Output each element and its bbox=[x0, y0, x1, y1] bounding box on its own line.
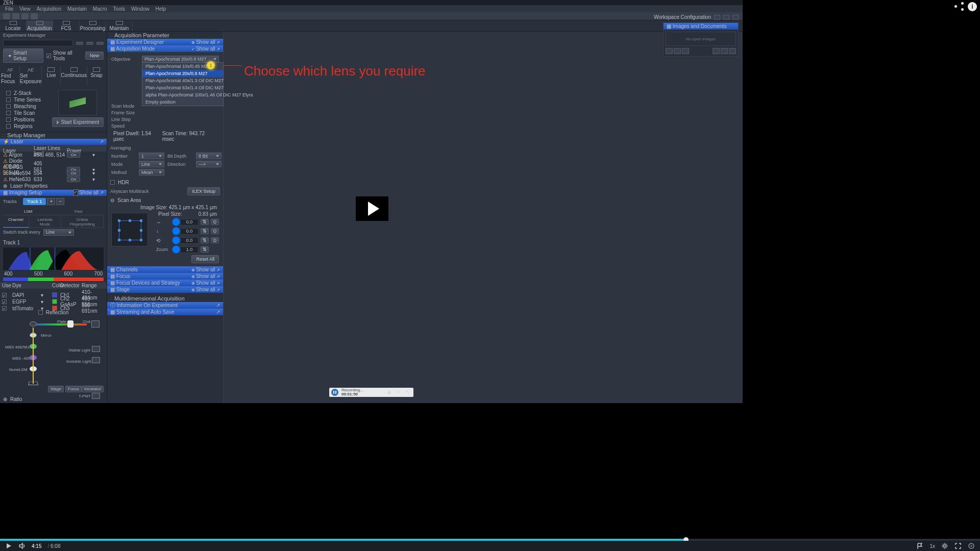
fingerprint-subtab[interactable]: Online Fingerprinting bbox=[61, 216, 104, 228]
bleaching-checkbox[interactable] bbox=[6, 104, 11, 109]
imaging-setup-header[interactable]: ▦ Imaging Setup Show all ↗ bbox=[0, 190, 107, 196]
reset-all-button[interactable]: Reset All bbox=[191, 255, 219, 263]
save-icon[interactable] bbox=[3, 13, 10, 19]
add-track-button[interactable]: + bbox=[47, 198, 55, 205]
rotation-slider[interactable] bbox=[174, 236, 178, 244]
regions-checkbox[interactable] bbox=[6, 124, 11, 129]
lsm-subtab[interactable]: LSM bbox=[3, 208, 54, 215]
set-exposure-button[interactable]: AESet Exposure bbox=[20, 66, 42, 86]
experiment-name-input[interactable] bbox=[3, 40, 73, 46]
focus-button[interactable]: Focus bbox=[65, 386, 82, 392]
menu-file[interactable]: File bbox=[5, 6, 13, 12]
snap-button[interactable]: Snap bbox=[87, 66, 106, 86]
channel-subtab[interactable]: Channel bbox=[3, 216, 29, 228]
detector-cha-icon[interactable] bbox=[91, 320, 100, 328]
start-experiment-button[interactable]: Start Experiment bbox=[52, 117, 104, 127]
experiment-designer-bar[interactable]: ▦ Experiment Designer⊕ Show all ↗ bbox=[107, 39, 223, 45]
streaming-autosave-bar[interactable]: ▦ Streaming and Auto Save↗ bbox=[107, 309, 223, 315]
show-all-tools-checkbox[interactable] bbox=[46, 54, 51, 58]
argon-power-toggle[interactable]: On bbox=[67, 152, 80, 158]
mode-acquisition[interactable]: Acquisition bbox=[27, 20, 53, 31]
mode-fcs[interactable]: FCS bbox=[53, 20, 80, 31]
flag-icon[interactable] bbox=[916, 542, 923, 549]
find-focus-button[interactable]: AFFind Focus bbox=[1, 66, 20, 86]
objective-option[interactable]: Plan-Apochromat 40x/1.3 Oil DIC M27 bbox=[142, 77, 223, 84]
objective-option[interactable]: Plan-Apochromat 63x/1.4 Oil DIC M27 bbox=[142, 84, 223, 91]
objective-option[interactable]: Empty position bbox=[142, 98, 223, 106]
live-button[interactable]: Live bbox=[42, 66, 61, 86]
laser-row-hene633[interactable]: ⚠ HeNe633633On▾ bbox=[0, 176, 107, 182]
laser-header[interactable]: ⚡ Laser↗ bbox=[0, 139, 107, 145]
channels-bar[interactable]: ▦ Channels⊕ Show all ↗ bbox=[107, 266, 223, 273]
focus-strategy-bar[interactable]: ▦ Focus Devices and Strategy⊕ Show all ↗ bbox=[107, 280, 223, 286]
gear-icon[interactable] bbox=[941, 542, 948, 549]
laser-row-diode[interactable]: ⚠ Diode 405-30405 bbox=[0, 158, 107, 164]
info-icon[interactable]: i bbox=[968, 2, 977, 11]
offset-y-slider[interactable] bbox=[174, 227, 178, 235]
reuse-icon[interactable] bbox=[21, 13, 29, 19]
stage-bar[interactable]: ▦ Stage⊕ Show all ↗ bbox=[107, 286, 223, 293]
view-list-icon[interactable] bbox=[721, 48, 728, 54]
expand-icon[interactable]: ↗ bbox=[100, 139, 104, 144]
chevron-down-icon[interactable]: ▾ bbox=[92, 152, 103, 158]
zoom-input[interactable]: 1.0 bbox=[180, 246, 199, 253]
draw-icon[interactable]: ✎ bbox=[405, 389, 411, 395]
timeseries-checkbox[interactable] bbox=[6, 97, 11, 102]
stepper-icon[interactable]: ⇅ bbox=[201, 219, 209, 225]
lambda-subtab[interactable]: Lambda Mode bbox=[29, 216, 62, 228]
tpmt-icon[interactable] bbox=[92, 393, 100, 399]
wk-btn-1[interactable] bbox=[714, 15, 720, 20]
plate-icon[interactable] bbox=[67, 320, 74, 328]
mode-maintain[interactable]: Maintain bbox=[106, 20, 133, 31]
acquisition-mode-bar[interactable]: ▦ Acquisition Mode✓ Show all ↗ bbox=[107, 45, 223, 52]
webcam-icon[interactable]: ◉ bbox=[387, 389, 393, 395]
reset-icon[interactable]: ⊙ bbox=[211, 219, 219, 225]
img-new-icon[interactable] bbox=[666, 48, 673, 54]
share-icon[interactable] bbox=[954, 2, 964, 11]
offset-x-slider[interactable] bbox=[174, 218, 178, 226]
positions-checkbox[interactable] bbox=[6, 117, 11, 122]
bitdepth-dropdown[interactable]: 8 Bit bbox=[196, 153, 222, 159]
view-grid-icon[interactable] bbox=[713, 48, 720, 54]
play-icon[interactable] bbox=[5, 542, 12, 549]
menu-tools[interactable]: Tools bbox=[113, 6, 125, 12]
menu-macro[interactable]: Macro bbox=[93, 6, 107, 12]
zstack-checkbox[interactable] bbox=[6, 91, 11, 95]
mode-processing[interactable]: Processing bbox=[80, 20, 106, 31]
wk-btn-3[interactable] bbox=[732, 15, 739, 20]
dye-row-dapi[interactable]: DAPI▾Ch1410-484nm bbox=[0, 289, 107, 295]
img-dup-icon[interactable] bbox=[682, 48, 689, 54]
exp-delete-icon[interactable] bbox=[96, 42, 104, 45]
collapse-minus-icon[interactable]: ⊖ bbox=[110, 197, 114, 203]
refresh-icon[interactable] bbox=[31, 13, 38, 19]
focus-bar[interactable]: ▦ Focus⊕ Show all ↗ bbox=[107, 273, 223, 280]
visible-light-icon[interactable] bbox=[92, 346, 100, 352]
wk-btn-2[interactable] bbox=[723, 15, 729, 20]
mode-locate[interactable]: Locate bbox=[0, 20, 27, 31]
color-swatch[interactable] bbox=[52, 292, 57, 297]
menu-acquisition[interactable]: Acquisition bbox=[37, 6, 61, 12]
exp-open-icon[interactable] bbox=[76, 42, 83, 45]
zoom-slider[interactable] bbox=[174, 245, 178, 254]
expand-icon[interactable] bbox=[968, 542, 975, 549]
objective-option[interactable]: Plan-Apochromat 20x/0.8 M27 bbox=[142, 70, 223, 77]
fast-subtab[interactable]: Fast bbox=[54, 208, 104, 215]
objective-dropdown[interactable]: Plan-Apochromat 20x/0.8 M27 bbox=[142, 56, 219, 62]
pause-recording-button[interactable] bbox=[331, 389, 338, 396]
hdr-checkbox[interactable] bbox=[110, 180, 115, 185]
fullscreen-icon[interactable] bbox=[954, 542, 962, 549]
switch-track-dropdown[interactable]: Line bbox=[43, 229, 74, 236]
expand-plus-icon[interactable]: ⊕ bbox=[3, 183, 7, 189]
avg-number-dropdown[interactable]: 1 bbox=[139, 153, 164, 159]
continuous-button[interactable]: Continuous bbox=[61, 66, 87, 86]
avg-method-dropdown[interactable]: Mean bbox=[139, 169, 164, 176]
offset-x-input[interactable]: 0.0 bbox=[180, 219, 199, 226]
track1-tab[interactable]: Track 1 bbox=[23, 198, 46, 205]
video-play-button[interactable] bbox=[356, 196, 388, 221]
menu-window[interactable]: Window bbox=[131, 6, 150, 12]
invisible-light-icon[interactable] bbox=[92, 357, 100, 363]
reflection-checkbox[interactable] bbox=[38, 310, 43, 315]
remove-track-button[interactable]: − bbox=[56, 198, 64, 205]
playback-speed[interactable]: 1x bbox=[929, 543, 935, 549]
open-icon[interactable] bbox=[12, 13, 19, 19]
